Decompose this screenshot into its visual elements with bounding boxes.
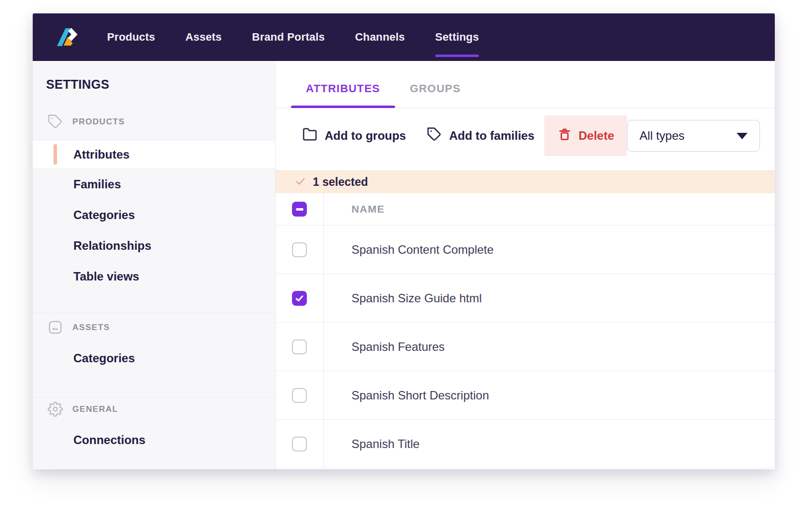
nav-item-assets[interactable]: Assets — [185, 31, 222, 44]
sidebar-section-general: GENERAL Connections — [33, 397, 275, 455]
gear-icon — [48, 401, 63, 417]
sidebar-item-categories[interactable]: Categories — [33, 200, 275, 230]
nav-item-channels[interactable]: Channels — [355, 31, 405, 44]
section-label: GENERAL — [72, 404, 118, 414]
row-checkbox[interactable] — [292, 388, 307, 403]
type-filter-dropdown[interactable]: All types — [627, 120, 760, 152]
tab-groups[interactable]: GROUPS — [395, 82, 476, 108]
sidebar-item-categories[interactable]: Categories — [33, 343, 275, 374]
table-header: NAME — [276, 193, 775, 225]
settings-sidebar: SETTINGS PRODUCTS Attributes Families Ca… — [33, 61, 276, 469]
folder-icon — [302, 127, 317, 145]
toolbar: Add to groups Add to families Delete All… — [276, 108, 775, 164]
delete-button[interactable]: Delete — [544, 115, 627, 156]
attribute-name: Spanish Size Guide html — [351, 291, 482, 305]
image-icon — [48, 320, 63, 335]
section-label: PRODUCTS — [72, 117, 125, 127]
chevron-down-icon — [737, 133, 748, 139]
attribute-name: Spanish Short Description — [351, 389, 489, 402]
column-header-name: NAME — [351, 203, 385, 215]
nav-item-brand-portals[interactable]: Brand Portals — [252, 31, 325, 44]
table-row[interactable]: Spanish Content Complete — [276, 225, 775, 274]
nav-item-products[interactable]: Products — [107, 31, 155, 44]
sidebar-item-connections[interactable]: Connections — [33, 425, 275, 455]
sidebar-item-table-views[interactable]: Table views — [33, 261, 275, 292]
app-window: ProductsAssetsBrand PortalsChannelsSetti… — [33, 13, 775, 469]
attribute-name: Spanish Features — [351, 340, 445, 354]
tab-attributes[interactable]: ATTRIBUTES — [291, 82, 395, 108]
sidebar-title: SETTINGS — [46, 77, 275, 92]
row-checkbox[interactable] — [292, 291, 307, 306]
main-panel: ATTRIBUTESGROUPS Add to groups Add to fa… — [276, 61, 775, 469]
row-checkbox[interactable] — [292, 242, 307, 257]
attributes-table: NAME Spanish Content Complete Spanish Si… — [276, 193, 775, 468]
table-row[interactable]: Spanish Features — [276, 322, 775, 371]
section-label: ASSETS — [72, 323, 110, 333]
sidebar-section-assets: ASSETS Categories — [33, 313, 275, 397]
tag-icon — [48, 114, 63, 129]
attribute-name: Spanish Content Complete — [351, 243, 494, 257]
tab-bar: ATTRIBUTESGROUPS — [276, 61, 775, 108]
top-navbar: ProductsAssetsBrand PortalsChannelsSetti… — [33, 13, 775, 61]
selection-bar: 1 selected — [276, 170, 775, 193]
tag-icon — [427, 127, 442, 145]
sidebar-item-relationships[interactable]: Relationships — [33, 230, 275, 261]
select-all-checkbox[interactable] — [292, 202, 307, 217]
akeneo-logo[interactable] — [53, 25, 79, 50]
nav-item-settings[interactable]: Settings — [435, 31, 479, 44]
attribute-name: Spanish Title — [351, 437, 419, 451]
add-to-groups-button[interactable]: Add to groups — [302, 127, 406, 145]
row-checkbox[interactable] — [292, 339, 307, 354]
table-row[interactable]: Spanish Size Guide html — [276, 274, 775, 322]
check-icon — [294, 175, 306, 189]
add-to-families-button[interactable]: Add to families — [427, 127, 534, 145]
selection-count: 1 selected — [313, 175, 368, 189]
main-nav: ProductsAssetsBrand PortalsChannelsSetti… — [107, 13, 479, 61]
sidebar-item-families[interactable]: Families — [33, 169, 275, 200]
sidebar-item-attributes[interactable]: Attributes — [33, 140, 275, 169]
table-row[interactable]: Spanish Short Description — [276, 371, 775, 419]
sidebar-section-products: PRODUCTS Attributes Families Categories … — [33, 114, 275, 313]
row-checkbox[interactable] — [292, 437, 307, 451]
active-indicator — [54, 144, 57, 165]
table-row[interactable]: Spanish Title — [276, 419, 775, 468]
trash-icon — [557, 127, 572, 145]
